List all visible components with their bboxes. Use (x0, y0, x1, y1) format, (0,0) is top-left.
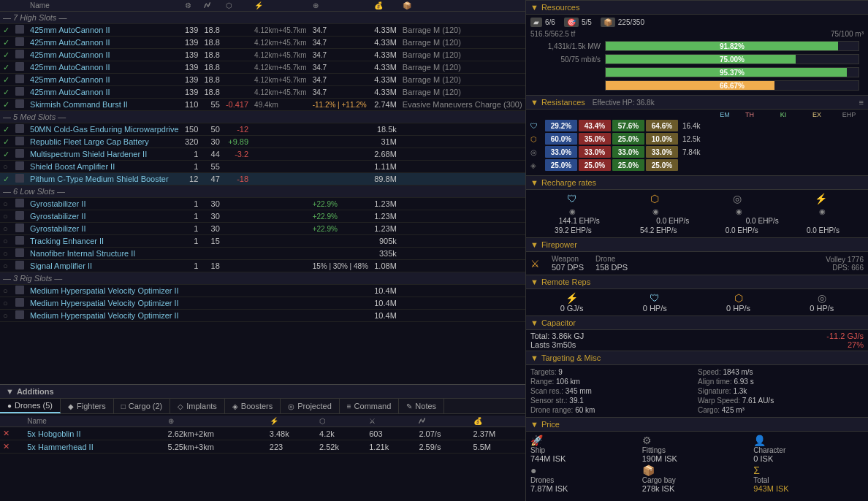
row-v6: 4.33M (371, 49, 400, 61)
row-name[interactable]: 50MN Cold-Gas Enduring Microwarpdrive (27, 123, 182, 136)
row-name[interactable]: Skirmish Command Burst II (27, 99, 182, 111)
table-row[interactable]: ○Gyrostabilizer II130+22.9%1.23M (0, 210, 525, 223)
row-v2: 30 (201, 198, 222, 210)
table-row[interactable]: ✓Republic Fleet Large Cap Battery32030+9… (0, 136, 525, 148)
col-ki: KI (767, 111, 799, 118)
table-row[interactable]: ○Tracking Enhancer II115905k (0, 235, 525, 248)
table-row[interactable]: ○Shield Boost Amplifier II1551.11M (0, 161, 525, 173)
row-v4 (251, 148, 310, 161)
row-name[interactable]: Pithum C-Type Medium Shield Booster (27, 173, 182, 186)
armor-icon: ⬡ (530, 135, 544, 143)
table-row[interactable]: ✓425mm AutoCannon II13918.84.12km+45.7km… (0, 24, 525, 37)
row-name[interactable]: Medium Hyperspatial Velocity Optimizer I… (27, 310, 182, 322)
row-name[interactable]: Gyrostabilizer II (27, 210, 182, 223)
table-row[interactable]: ✓425mm AutoCannon II13918.84.12km+45.7km… (0, 61, 525, 74)
cap-right: -11.2 GJ/s 27% (826, 332, 864, 349)
row-name[interactable]: 425mm AutoCannon II (27, 49, 182, 61)
table-row[interactable]: ✓Pithum C-Type Medium Shield Booster1247… (0, 173, 525, 186)
list-item[interactable]: ✕5x Hobgoblin II2.62km+2km3.48k4.2k6032.… (0, 427, 525, 440)
table-row[interactable]: ○Signal Amplifier II11815% | 30% | 48%1.… (0, 260, 525, 272)
row-name[interactable]: Nanofiber Internal Structure II (27, 248, 182, 260)
row-name[interactable]: 425mm AutoCannon II (27, 74, 182, 86)
row-name[interactable]: Signal Amplifier II (27, 260, 182, 272)
hull-ex: 33.0% (646, 146, 678, 158)
row-name[interactable]: 425mm AutoCannon II (27, 86, 182, 99)
tab-item-drones-5[interactable]: ●Drones (5) (0, 399, 61, 413)
row-icon (12, 161, 27, 173)
hull-th: 33.0% (579, 146, 611, 158)
item-name[interactable]: 5x Hammerhead II (24, 440, 164, 454)
add-col-v2: ⚡ (267, 416, 316, 427)
row-name[interactable]: 425mm AutoCannon II (27, 37, 182, 49)
item-v1: 2.62km+2km (165, 427, 267, 440)
row-name[interactable]: Multispectrum Shield Hardener II (27, 148, 182, 161)
tab-item-fighters[interactable]: ◆Fighters (61, 399, 114, 413)
firepower-section-title[interactable]: ▼ Firepower (526, 237, 868, 252)
tgt-sensor-label: Sensor str.: (530, 397, 568, 405)
row-v1 (182, 297, 201, 310)
capacitor-section-title[interactable]: ▼ Capacitor (526, 315, 868, 330)
resistances-section-title[interactable]: ▼ Resistances Effective HP: 36.8k ≡ (526, 95, 868, 110)
table-row[interactable]: ○Nanofiber Internal Structure II335k (0, 248, 525, 260)
row-name[interactable]: Medium Hyperspatial Velocity Optimizer I… (27, 297, 182, 310)
cap-pct: 27% (826, 340, 864, 349)
tab-item-boosters[interactable]: ◈Boosters (225, 399, 281, 413)
row-name[interactable]: Gyrostabilizer II (27, 223, 182, 235)
additions-area: ▼ Additions ●Drones (5)◆Fighters□Cargo (… (0, 384, 525, 501)
table-row[interactable]: ✓425mm AutoCannon II13918.84.12km+45.7km… (0, 86, 525, 99)
tgt-scanres-label: Scan res.: (530, 387, 563, 395)
row-v4 (251, 210, 310, 223)
hull-ki: 33.0% (612, 146, 644, 158)
table-row[interactable]: ✓Skirmish Command Burst II11055-0.41749.… (0, 99, 525, 111)
row-v2: 18.8 (201, 49, 222, 61)
row-name[interactable]: 425mm AutoCannon II (27, 24, 182, 37)
table-row[interactable]: ✓425mm AutoCannon II13918.84.12km+45.7km… (0, 49, 525, 61)
tab-item-implants[interactable]: ◇Implants (170, 399, 225, 413)
row-name[interactable]: Gyrostabilizer II (27, 198, 182, 210)
hull-icon: ◎ (530, 148, 544, 156)
table-row[interactable]: ○Gyrostabilizer II130+22.9%1.23M (0, 198, 525, 210)
row-name[interactable]: Medium Hyperspatial Velocity Optimizer I… (27, 285, 182, 297)
recharge-section-title[interactable]: ▼ Recharge rates (526, 175, 868, 190)
col-ehp: EHP (834, 111, 864, 118)
price-section-title[interactable]: ▼ Price (526, 417, 868, 432)
table-row[interactable]: ○Medium Hyperspatial Velocity Optimizer … (0, 297, 525, 310)
item-name[interactable]: 5x Hobgoblin II (24, 427, 164, 440)
row-name[interactable]: Tracking Enhancer II (27, 235, 182, 248)
rem-val-2: 0 HP/s (643, 304, 667, 313)
row-v1: 1 (182, 161, 201, 173)
section-header-label: — 5 Med Slots — (0, 111, 525, 123)
row-name[interactable]: 425mm AutoCannon II (27, 61, 182, 74)
fp-volley-label: Volley 1776 (826, 256, 864, 264)
list-item[interactable]: ✕5x Hammerhead II5.25km+3km2232.52k1.21k… (0, 440, 525, 454)
targeting-section-title[interactable]: ▼ Targeting & Misc (526, 351, 868, 365)
shield-icon: 🛡 (530, 122, 544, 130)
tab-item-command[interactable]: ≡Command (340, 399, 400, 413)
tab-item-cargo-2[interactable]: □Cargo (2) (114, 399, 171, 413)
table-row[interactable]: ✓425mm AutoCannon II13918.84.12km+45.7km… (0, 74, 525, 86)
row-name[interactable]: Shield Boost Amplifier II (27, 161, 182, 173)
row-v6: 10.4M (371, 285, 400, 297)
tab-item-notes[interactable]: ✎Notes (399, 399, 444, 413)
row-icon (12, 297, 27, 310)
rem-icon-1: ⚡ (566, 292, 578, 304)
shield-ehp: 16.4k (679, 122, 703, 130)
resources-section-title[interactable]: ▼ Resources (526, 0, 868, 15)
tgt-cargo-val: 425 m³ (722, 406, 745, 414)
table-row[interactable]: ○Gyrostabilizer II130+22.9%1.23M (0, 223, 525, 235)
row-icon (12, 248, 27, 260)
table-row[interactable]: ✓Multispectrum Shield Hardener II144-3.2… (0, 148, 525, 161)
left-panel: Name ⚙ 🗲 ⬡ ⚡ ⊕ 💰 📦 — 7 High Slots —✓425m… (0, 0, 526, 501)
tab-item-projected[interactable]: ◎Projected (281, 399, 339, 413)
remote-reps-section-title[interactable]: ▼ Remote Reps (526, 275, 868, 289)
table-row[interactable]: ✓50MN Cold-Gas Enduring Microwarpdrive15… (0, 123, 525, 136)
row-name[interactable]: Republic Fleet Large Cap Battery (27, 136, 182, 148)
tgt-align-val: 6.93 s (734, 378, 753, 386)
table-row[interactable]: ○Medium Hyperspatial Velocity Optimizer … (0, 310, 525, 322)
hull2-icon: ◈ (530, 161, 544, 169)
row-v2: 30 (201, 210, 222, 223)
table-row[interactable]: ○Medium Hyperspatial Velocity Optimizer … (0, 285, 525, 297)
row-v3 (223, 86, 251, 99)
hull2-ki: 25.0% (612, 159, 644, 171)
table-row[interactable]: ✓425mm AutoCannon II13918.84.12km+45.7km… (0, 37, 525, 49)
